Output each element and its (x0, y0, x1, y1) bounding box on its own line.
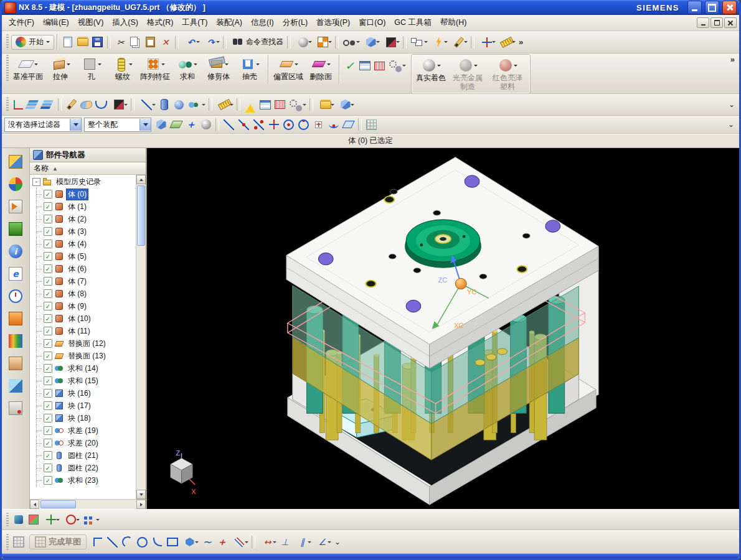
mdi-minimize-button[interactable] (697, 17, 709, 28)
through-curves-icon[interactable] (94, 98, 108, 112)
visibility-checkbox[interactable]: ✓ (44, 339, 52, 348)
tree-item[interactable]: ✓ 体 (4) (30, 238, 136, 250)
datum-csys-icon[interactable] (11, 98, 26, 112)
sequence-icon[interactable] (316, 98, 335, 112)
title-bar[interactable]: NX 8.5 - 建模 - [zhuangpeitu_UG7.5.prt （修改… (2, 0, 739, 15)
visibility-checkbox[interactable]: ✓ (44, 426, 52, 435)
close-button[interactable] (722, 1, 737, 14)
menu-item[interactable]: 分析(L) (278, 16, 312, 30)
scroll-up-button[interactable] (136, 175, 146, 184)
chevron-down-icon[interactable] (256, 63, 260, 67)
unite-button[interactable]: 求和 (172, 55, 203, 82)
expressions-table-icon[interactable] (357, 58, 372, 73)
visible-in-view-icon[interactable] (41, 98, 55, 112)
redo-icon[interactable]: ↷ (201, 35, 220, 49)
arc-icon[interactable] (120, 535, 135, 549)
separator[interactable] (403, 36, 407, 49)
edit-object-display-icon[interactable] (381, 35, 400, 49)
interpart-link-icon[interactable] (387, 58, 407, 73)
visibility-checkbox[interactable]: ✓ (44, 376, 52, 385)
find-component-icon[interactable] (11, 513, 26, 527)
scrollbar-thumb[interactable] (40, 500, 76, 508)
visibility-checkbox[interactable]: ✓ (44, 401, 52, 410)
rectangle-icon[interactable] (165, 535, 179, 549)
mdi-close-button[interactable] (724, 17, 737, 28)
delete-face-button[interactable]: 删除面 (305, 55, 336, 82)
layer-settings-icon[interactable] (26, 98, 40, 112)
tree-item[interactable]: ✓ 体 (10) (30, 312, 136, 325)
snap-point-icon[interactable] (477, 35, 496, 49)
tree-item[interactable]: ✓ 替换面 (12) (30, 337, 136, 350)
move-component-icon[interactable] (41, 513, 60, 527)
menu-item[interactable]: 文件(F) (4, 16, 39, 30)
fillet-icon[interactable] (150, 535, 164, 549)
sphere-tool-icon[interactable] (172, 98, 186, 112)
line-tool-icon[interactable] (137, 98, 156, 112)
layer-settings-icon[interactable] (361, 35, 380, 49)
object-type-filter-icon[interactable] (154, 118, 168, 132)
part-families-icon[interactable] (273, 98, 287, 112)
vertical-scrollbar[interactable] (136, 175, 146, 499)
tree-item[interactable]: ✓ 圆柱 (22) (30, 462, 136, 474)
tree-item[interactable]: ✓ 体 (7) (30, 275, 136, 287)
tree-item[interactable]: ✓ 块 (16) (30, 387, 136, 399)
menu-item[interactable]: 首选项(P) (312, 16, 354, 30)
visibility-checkbox[interactable]: ✓ (44, 464, 52, 472)
tree-item[interactable]: ✓ 替换面 (13) (30, 350, 136, 362)
menu-item[interactable]: 格式(R) (143, 16, 177, 30)
separator[interactable] (223, 36, 227, 49)
toolbar-overflow-button[interactable]: » (516, 37, 526, 47)
tree-item[interactable]: ✓ 体 (2) (30, 213, 136, 225)
menu-item[interactable]: 工具(T) (177, 16, 212, 30)
scroll-left-button[interactable] (30, 500, 39, 509)
visibility-checkbox[interactable]: ✓ (44, 227, 52, 236)
studio-surface-icon[interactable] (79, 98, 93, 112)
assembly-navigator-icon[interactable] (7, 153, 24, 170)
offset-region-button[interactable]: 偏置区域 (271, 55, 305, 82)
start-button[interactable]: 开始 (11, 35, 54, 50)
studio-spline-icon[interactable]: ~ (200, 535, 214, 549)
copy-icon[interactable] (128, 35, 143, 49)
separator[interactable] (287, 36, 291, 49)
visibility-checkbox[interactable]: ✓ (44, 352, 52, 360)
part-family-table-icon[interactable] (372, 58, 387, 73)
visibility-checkbox[interactable]: ✓ (44, 277, 52, 286)
tree-item[interactable]: ✓ 体 (0) (30, 188, 136, 200)
separator[interactable] (237, 98, 240, 111)
visibility-checkbox[interactable]: ✓ (44, 414, 52, 422)
measure-icon[interactable] (497, 35, 516, 49)
toolbar-grip[interactable] (6, 55, 9, 82)
visibility-checkbox[interactable]: ✓ (44, 439, 52, 447)
separator[interactable] (175, 36, 179, 49)
dropdown-arrow-icon[interactable] (70, 119, 81, 131)
component-display-icon[interactable] (26, 513, 40, 527)
chevron-down-icon[interactable] (98, 63, 101, 67)
tree-item[interactable]: ✓ 求差 (20) (30, 437, 136, 449)
offset-curve-icon[interactable] (230, 535, 249, 549)
open-icon[interactable] (75, 35, 90, 49)
check-mark-icon[interactable]: ✓ (342, 58, 357, 73)
pattern-feature-button[interactable]: 阵列特征 (138, 55, 172, 82)
selection-filter-dropdown[interactable]: 没有选择过滤器 (4, 118, 82, 132)
chevron-down-icon[interactable] (161, 63, 165, 67)
history-icon[interactable] (7, 287, 24, 305)
separator[interactable] (107, 36, 111, 49)
navigator-column-header[interactable]: 名称 ▲ (30, 162, 146, 175)
stop-at-intersection-icon[interactable]: + (184, 118, 198, 132)
toolbar-grip[interactable] (6, 34, 9, 50)
menu-item[interactable]: 视图(V) (73, 16, 108, 30)
tree-item[interactable]: ✓ 求和 (23) (30, 474, 136, 487)
menu-item[interactable]: 装配(A) (212, 16, 247, 30)
visibility-checkbox[interactable]: ✓ (44, 389, 52, 398)
toolbar-grip[interactable] (6, 97, 9, 112)
visibility-checkbox[interactable]: ✓ (44, 327, 52, 335)
mdi-restore-button[interactable] (710, 17, 723, 28)
highlight-selection-icon[interactable] (199, 118, 213, 132)
chevron-down-icon[interactable] (474, 65, 478, 68)
undo-icon[interactable]: ↶ (181, 35, 201, 49)
new-file-icon[interactable] (60, 35, 75, 49)
show-hide-icon[interactable] (341, 35, 361, 49)
part-navigator-header[interactable]: 部件导航器 (30, 148, 146, 162)
separator[interactable] (252, 536, 255, 548)
snap-intersection-icon[interactable] (267, 118, 281, 132)
